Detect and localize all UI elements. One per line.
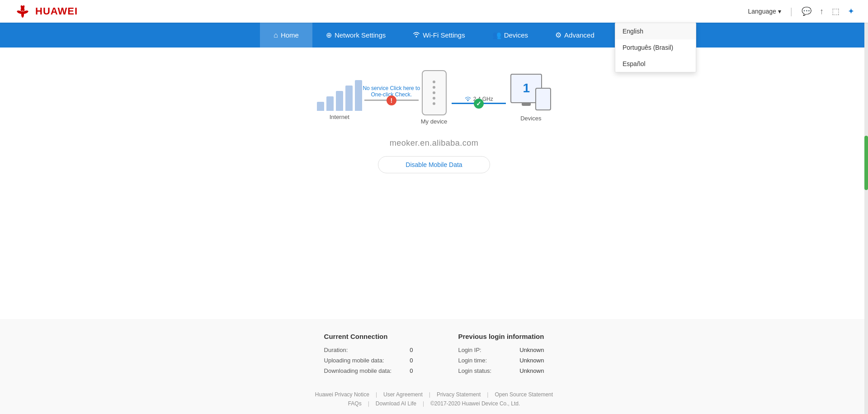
language-option-spanish[interactable]: Español: [615, 56, 696, 72]
scrollbar-thumb[interactable]: [864, 136, 868, 190]
internet-label: Internet: [330, 114, 349, 120]
chat-icon[interactable]: 💬: [802, 6, 811, 16]
nav-network[interactable]: ⊕ Network Settings: [312, 23, 399, 48]
nav-devices[interactable]: 👥 Devices: [479, 23, 542, 48]
header-right: Language ▾ | 💬 ↑ ⬚ ✦: [748, 6, 855, 17]
language-button[interactable]: Language ▾: [748, 8, 781, 15]
devices-label: Devices: [520, 115, 541, 122]
chevron-down-icon: ▾: [778, 8, 781, 15]
loader-icon: ✦: [848, 6, 854, 16]
devices-icon: 👥: [492, 31, 501, 39]
footer-link-row-2: FAQs | Download AI Life | ©2017-2020 Hua…: [348, 400, 520, 407]
settings-icon: ⚙: [555, 31, 561, 39]
internet-section: Internet: [317, 75, 362, 120]
footer-sep-3: |: [487, 391, 488, 398]
nav-home-label: Home: [281, 31, 299, 39]
router-dot-5: [433, 102, 435, 105]
language-option-portuguese[interactable]: Português (Brasil): [615, 39, 696, 56]
router-dot-3: [433, 91, 435, 94]
language-label: Language: [748, 8, 776, 15]
footer-copyright: ©2017-2020 Huawei Device Co., Ltd.: [430, 400, 520, 407]
current-connection-title: Current Connection: [324, 333, 413, 340]
svg-point-5: [21, 10, 24, 13]
upload-row: Uploading mobile data: 0: [324, 357, 413, 364]
my-device-label: My device: [421, 118, 448, 125]
download-value: 0: [410, 367, 413, 374]
my-device-section: My device: [421, 70, 448, 125]
upload-icon[interactable]: ↑: [820, 7, 824, 16]
devices-icons: 1: [510, 74, 551, 112]
router-dot-2: [433, 86, 435, 89]
duration-row: Duration: 0: [324, 347, 413, 353]
header-divider: |: [790, 6, 793, 17]
devices-section: 1 Devices: [510, 74, 551, 122]
network-diagram: Internet No service Click here to One-cl…: [276, 70, 592, 125]
left-line-container: !: [364, 100, 419, 101]
login-status-label: Login status:: [458, 367, 491, 374]
login-ip-row: Login IP: Unknown: [458, 347, 544, 353]
router-image: [422, 70, 447, 115]
signal-bar-3: [336, 91, 343, 111]
footer-sep-2: |: [429, 391, 430, 398]
footer-link-row-1: Huawei Privacy Notice | User Agreement |…: [315, 391, 553, 398]
footer-info: Current Connection Duration: 0 Uploading…: [0, 319, 868, 387]
duration-label: Duration:: [324, 347, 348, 353]
tablet-icon: [535, 88, 551, 110]
footer-privacy-notice[interactable]: Huawei Privacy Notice: [315, 391, 369, 398]
logo: HUAWEI: [14, 5, 78, 18]
disable-mobile-data-button[interactable]: Disable Mobile Data: [378, 156, 490, 173]
monitor-stand: [522, 103, 531, 106]
footer-sep-4: |: [368, 400, 369, 407]
left-connection: No service Click here to One-click Check…: [362, 85, 421, 101]
footer-sep-5: |: [423, 400, 424, 407]
svg-point-6: [467, 100, 468, 101]
ok-status-dot: ✓: [474, 99, 484, 109]
nav-devices-label: Devices: [504, 31, 528, 39]
login-time-value: Unknown: [519, 357, 544, 364]
error-status-dot: !: [387, 95, 396, 105]
signin-icon[interactable]: ⬚: [832, 6, 840, 16]
nav-home[interactable]: ⌂ Home: [260, 23, 312, 48]
nav-wifi-label: Wi-Fi Settings: [423, 31, 465, 39]
language-option-english[interactable]: English: [615, 23, 696, 39]
current-connection-block: Current Connection Duration: 0 Uploading…: [324, 333, 413, 378]
wifi-icon: [413, 31, 420, 39]
signal-bars: [317, 75, 362, 111]
scrollbar-track[interactable]: [864, 0, 868, 414]
upload-label: Uploading mobile data:: [324, 357, 384, 364]
wifi-small-icon: [465, 95, 471, 103]
footer-privacy-statement[interactable]: Privacy Statement: [437, 391, 481, 398]
login-ip-value: Unknown: [519, 347, 544, 353]
download-row: Downloading mobile data: 0: [324, 367, 413, 374]
duration-value: 0: [410, 347, 413, 353]
logo-text: HUAWEI: [35, 5, 78, 17]
previous-login-title: Previous login information: [458, 333, 544, 340]
footer-download-ai[interactable]: Download AI Life: [376, 400, 416, 407]
login-time-row: Login time: Unknown: [458, 357, 544, 364]
footer-links: Huawei Privacy Notice | User Agreement |…: [0, 387, 868, 414]
nav-wifi[interactable]: Wi-Fi Settings: [399, 23, 478, 48]
download-label: Downloading mobile data:: [324, 367, 392, 374]
url-display: meoker.en.alibaba.com: [390, 138, 479, 148]
footer-user-agreement[interactable]: User Agreement: [383, 391, 423, 398]
signal-bar-5: [355, 80, 362, 111]
previous-login-block: Previous login information Login IP: Unk…: [458, 333, 544, 378]
signal-bar-2: [326, 96, 334, 111]
upload-value: 0: [410, 357, 413, 364]
home-icon: ⌂: [274, 31, 278, 39]
right-line-container: ✓: [452, 103, 506, 104]
login-ip-label: Login IP:: [458, 347, 481, 353]
router-dot-1: [433, 81, 435, 83]
right-connection: 2.4 GHz ✓: [447, 95, 510, 104]
login-time-label: Login time:: [458, 357, 487, 364]
nav-network-label: Network Settings: [335, 31, 386, 39]
login-status-value: Unknown: [519, 367, 544, 374]
main-nav: ⌂ Home ⊕ Network Settings Wi-Fi Settings…: [0, 23, 868, 48]
signal-bar-4: [345, 86, 353, 111]
network-icon: ⊕: [326, 31, 332, 39]
main-content: Internet No service Click here to One-cl…: [0, 48, 868, 319]
nav-advanced[interactable]: ⚙ Advanced: [542, 23, 608, 48]
footer-open-source[interactable]: Open Source Statement: [495, 391, 553, 398]
router-dot-4: [433, 97, 435, 100]
footer-faqs[interactable]: FAQs: [348, 400, 362, 407]
